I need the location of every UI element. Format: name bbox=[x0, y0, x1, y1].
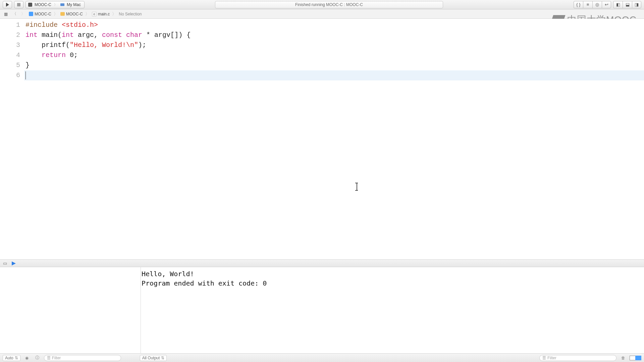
toggle-navigator-button[interactable]: ◧ bbox=[613, 1, 623, 8]
filter-placeholder: Filter bbox=[547, 356, 556, 360]
chevron-right-icon: 〉 bbox=[54, 2, 57, 7]
hide-debug-button[interactable]: ▭ bbox=[2, 261, 8, 266]
code-line[interactable]: printf("Hello, World!\n"); bbox=[24, 40, 644, 50]
back-button[interactable]: 〈 bbox=[11, 11, 18, 17]
right-panel-icon: ◨ bbox=[635, 2, 639, 7]
debug-split: Hello, World! Program ended with exit co… bbox=[0, 267, 644, 353]
standard-editor-button[interactable]: ≡ bbox=[583, 1, 592, 8]
info-icon: ⓘ bbox=[35, 355, 39, 361]
breadcrumb-project[interactable]: MOOC-C bbox=[28, 12, 52, 16]
scheme-project-label: MOOC-C bbox=[35, 2, 51, 7]
breadcrumb-file-label: main.c bbox=[98, 12, 110, 16]
console-panel-toggle[interactable] bbox=[630, 356, 641, 360]
chevron-right-icon: 〉 bbox=[21, 11, 25, 17]
c-file-icon: c bbox=[92, 12, 97, 16]
folder-icon bbox=[60, 12, 65, 16]
chevron-right-icon: 〉 bbox=[85, 11, 90, 17]
left-panel-icon: ◧ bbox=[616, 2, 620, 7]
code-line[interactable]: return 0; bbox=[24, 50, 644, 60]
updown-icon: ⇅ bbox=[15, 356, 18, 360]
grid-icon: ▦ bbox=[4, 12, 8, 16]
related-items-button[interactable]: ▦ bbox=[2, 11, 9, 17]
i-beam-cursor-icon bbox=[356, 183, 357, 190]
clear-console-button[interactable]: 🗑 bbox=[619, 355, 627, 361]
scope-label: Auto bbox=[5, 356, 13, 360]
scheme-selector[interactable]: MOOC-C 〉 My Mac bbox=[25, 1, 85, 8]
code-line[interactable]: #include <stdio.h> bbox=[24, 20, 644, 30]
assistant-editor-button[interactable]: ◎ bbox=[592, 1, 602, 8]
breadcrumb-file[interactable]: c main.c bbox=[91, 12, 110, 16]
breakpoint-icon bbox=[12, 261, 16, 265]
breadcrumb-project-label: MOOC-C bbox=[35, 12, 51, 16]
filter-icon: ☰ bbox=[542, 356, 546, 360]
text-caret bbox=[25, 71, 26, 79]
line-number: 4 bbox=[0, 50, 20, 60]
rings-icon: ◎ bbox=[595, 2, 599, 7]
line-number: 1 bbox=[0, 20, 20, 30]
eye-icon: ◉ bbox=[25, 356, 29, 360]
editor-mode-group: { } ≡ ◎ ↩ bbox=[574, 1, 611, 8]
debug-toolbar: ▭ bbox=[0, 260, 644, 267]
console-output[interactable]: Hello, World! Program ended with exit co… bbox=[141, 267, 644, 353]
right-pane-icon bbox=[635, 356, 641, 360]
run-button[interactable] bbox=[3, 1, 12, 8]
filter-placeholder: Filter bbox=[52, 356, 61, 360]
stop-icon bbox=[17, 3, 20, 6]
updown-icon: ⇅ bbox=[161, 356, 164, 360]
code-area[interactable]: #include <stdio.h> int main(int argc, co… bbox=[24, 19, 644, 259]
trash-icon: 🗑 bbox=[621, 356, 625, 360]
console-line: Program ended with exit code: 0 bbox=[142, 279, 267, 287]
toggle-debug-button[interactable]: ⬓ bbox=[623, 1, 632, 8]
scheme-device-label: My Mac bbox=[67, 2, 81, 7]
code-snippets-button[interactable]: { } bbox=[574, 1, 583, 8]
console-line: Hello, World! bbox=[142, 270, 194, 278]
forward-button[interactable]: 〉 bbox=[19, 11, 27, 17]
breadcrumb-folder-label: MOOC-C bbox=[66, 12, 83, 16]
breadcrumb-folder[interactable]: MOOC-C bbox=[60, 12, 84, 16]
stop-button[interactable] bbox=[14, 1, 23, 8]
code-editor[interactable]: 1 2 3 4 5 6 #include <stdio.h> int main(… bbox=[0, 19, 644, 259]
line-number: 6 bbox=[0, 70, 20, 80]
panel-toggle-group: ◧ ⬓ ◨ bbox=[613, 1, 641, 8]
project-icon bbox=[29, 12, 33, 16]
device-icon bbox=[60, 2, 65, 7]
line-number: 2 bbox=[0, 30, 20, 40]
variables-scope-select[interactable]: Auto ⇅ bbox=[3, 355, 20, 361]
arrows-icon: ↩ bbox=[605, 2, 608, 7]
debug-area: ▭ Hello, World! Program ended with exit … bbox=[0, 259, 644, 353]
jump-bar: ▦ 〈 〉 MOOC-C 〉 MOOC-C 〉 c main.c 〉 No Se… bbox=[0, 9, 644, 19]
play-icon bbox=[6, 3, 9, 7]
variables-filter-input[interactable]: ☰ Filter bbox=[44, 355, 121, 361]
breakpoint-toggle-button[interactable] bbox=[11, 261, 17, 266]
breadcrumb-selection[interactable]: No Selection bbox=[118, 12, 142, 16]
chevron-left-icon: 〈 bbox=[12, 11, 16, 17]
variables-view[interactable] bbox=[0, 267, 141, 353]
toggle-utilities-button[interactable]: ◨ bbox=[632, 1, 641, 8]
quicklook-button[interactable]: ◉ bbox=[23, 355, 31, 361]
status-text: Finished running MOOC-C : MOOC-C bbox=[295, 2, 363, 7]
panel-icon: ▭ bbox=[3, 261, 7, 266]
debug-bottom-bar: Auto ⇅ ◉ ⓘ ☰ Filter All Output ⇅ ☰ Filte… bbox=[0, 353, 644, 362]
line-number: 3 bbox=[0, 40, 20, 50]
bottom-panel-icon: ⬓ bbox=[626, 2, 630, 7]
console-scope-select[interactable]: All Output ⇅ bbox=[140, 355, 167, 361]
info-button[interactable]: ⓘ bbox=[33, 355, 41, 361]
activity-status: Finished running MOOC-C : MOOC-C bbox=[215, 1, 443, 8]
breadcrumb-selection-label: No Selection bbox=[119, 12, 142, 16]
console-filter-input[interactable]: ☰ Filter bbox=[539, 355, 616, 361]
line-gutter: 1 2 3 4 5 6 bbox=[0, 19, 24, 259]
filter-icon: ☰ bbox=[47, 356, 51, 360]
chevron-right-icon: 〉 bbox=[112, 11, 116, 17]
chevron-right-icon: 〉 bbox=[54, 11, 58, 17]
project-icon bbox=[28, 2, 33, 7]
console-scope-label: All Output bbox=[142, 356, 160, 360]
line-number: 5 bbox=[0, 60, 20, 70]
code-line[interactable]: } bbox=[24, 60, 644, 70]
version-editor-button[interactable]: ↩ bbox=[602, 1, 611, 8]
braces-icon: { } bbox=[576, 2, 580, 7]
lines-icon: ≡ bbox=[587, 2, 589, 7]
main-toolbar: MOOC-C 〉 My Mac Finished running MOOC-C … bbox=[0, 0, 644, 9]
code-line[interactable] bbox=[24, 70, 644, 80]
code-line[interactable]: int main(int argc, const char * argv[]) … bbox=[24, 30, 644, 40]
left-pane-icon bbox=[630, 356, 636, 360]
